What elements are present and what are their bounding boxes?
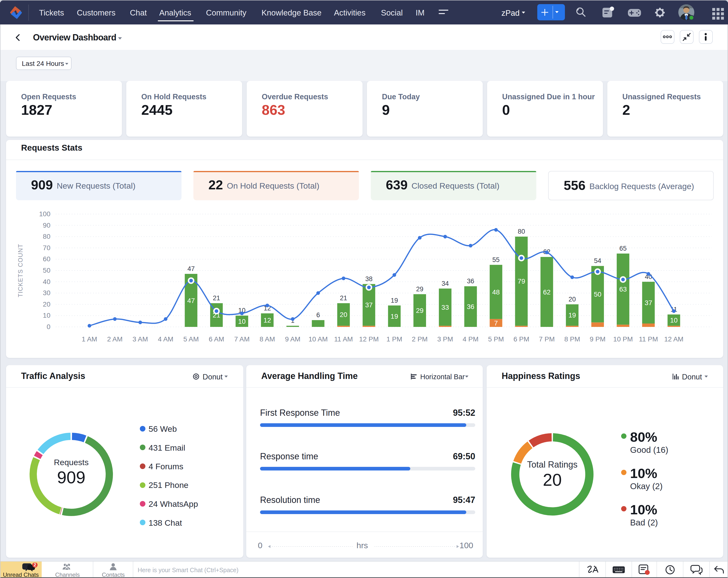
svg-text:38: 38 xyxy=(365,275,372,282)
svg-text:7 AM: 7 AM xyxy=(234,335,250,343)
svg-text:47: 47 xyxy=(187,297,195,304)
svg-text:20: 20 xyxy=(569,296,576,303)
svg-text:48: 48 xyxy=(492,288,500,296)
svg-text:21: 21 xyxy=(340,295,347,302)
svg-text:4 PM: 4 PM xyxy=(463,335,478,343)
svg-text:7 PM: 7 PM xyxy=(539,335,555,343)
svg-text:2: 2 xyxy=(34,563,36,567)
svg-text:80: 80 xyxy=(43,233,50,240)
svg-text:3 PM: 3 PM xyxy=(437,335,453,343)
svg-text:10: 10 xyxy=(238,318,246,325)
svg-text:2 AM: 2 AM xyxy=(107,335,123,343)
svg-text:37: 37 xyxy=(645,299,652,307)
svg-text:12 AM: 12 AM xyxy=(664,335,683,343)
svg-text:47: 47 xyxy=(187,265,194,272)
svg-text:34: 34 xyxy=(442,280,449,287)
svg-text:11 AM: 11 AM xyxy=(334,335,353,343)
svg-text:30: 30 xyxy=(43,289,50,297)
svg-text:20: 20 xyxy=(43,301,50,308)
svg-text:80: 80 xyxy=(518,228,525,235)
svg-text:65: 65 xyxy=(619,245,627,252)
svg-text:19: 19 xyxy=(391,312,398,320)
svg-text:6 PM: 6 PM xyxy=(514,335,529,343)
svg-text:0: 0 xyxy=(47,323,50,331)
svg-text:60: 60 xyxy=(43,255,50,263)
svg-text:50: 50 xyxy=(594,291,601,298)
svg-text:40: 40 xyxy=(43,278,50,285)
svg-text:6: 6 xyxy=(316,311,320,319)
svg-text:1 AM: 1 AM xyxy=(82,335,97,343)
svg-text:8 AM: 8 AM xyxy=(260,335,275,343)
svg-text:5 PM: 5 PM xyxy=(488,335,504,343)
svg-text:TICKETS COUNT: TICKETS COUNT xyxy=(17,244,24,297)
svg-text:9 PM: 9 PM xyxy=(590,335,605,343)
svg-text:10 AM: 10 AM xyxy=(309,335,328,343)
svg-text:12 PM: 12 PM xyxy=(359,335,379,343)
svg-text:2 PM: 2 PM xyxy=(412,335,427,343)
svg-text:10: 10 xyxy=(43,312,50,319)
svg-text:50: 50 xyxy=(43,267,50,274)
svg-text:5 AM: 5 AM xyxy=(183,335,199,343)
svg-text:62: 62 xyxy=(543,288,551,296)
svg-text:37: 37 xyxy=(365,301,373,309)
svg-text:6 AM: 6 AM xyxy=(209,335,224,343)
svg-text:19: 19 xyxy=(569,311,576,319)
svg-text:63: 63 xyxy=(619,285,627,293)
svg-text:20: 20 xyxy=(340,311,347,319)
svg-text:3 AM: 3 AM xyxy=(133,335,148,343)
svg-text:70: 70 xyxy=(43,244,50,252)
svg-text:10: 10 xyxy=(670,316,678,324)
svg-text:19: 19 xyxy=(391,297,398,304)
svg-text:4 AM: 4 AM xyxy=(158,335,174,343)
svg-text:7: 7 xyxy=(494,320,498,327)
svg-text:1 PM: 1 PM xyxy=(387,335,402,343)
svg-text:12: 12 xyxy=(263,316,271,324)
svg-text:79: 79 xyxy=(518,277,525,285)
svg-text:29: 29 xyxy=(416,307,423,314)
svg-text:36: 36 xyxy=(467,277,474,285)
svg-text:36: 36 xyxy=(467,303,474,310)
svg-text:11 PM: 11 PM xyxy=(639,335,658,343)
svg-text:29: 29 xyxy=(416,285,423,293)
svg-text:90: 90 xyxy=(43,222,50,229)
svg-text:8 PM: 8 PM xyxy=(564,335,580,343)
svg-text:21: 21 xyxy=(213,295,220,302)
svg-text:100: 100 xyxy=(39,210,50,218)
svg-text:10 PM: 10 PM xyxy=(613,335,633,343)
svg-text:55: 55 xyxy=(492,256,500,264)
svg-text:33: 33 xyxy=(441,304,449,311)
svg-text:54: 54 xyxy=(594,257,601,265)
svg-text:9 AM: 9 AM xyxy=(285,335,301,343)
